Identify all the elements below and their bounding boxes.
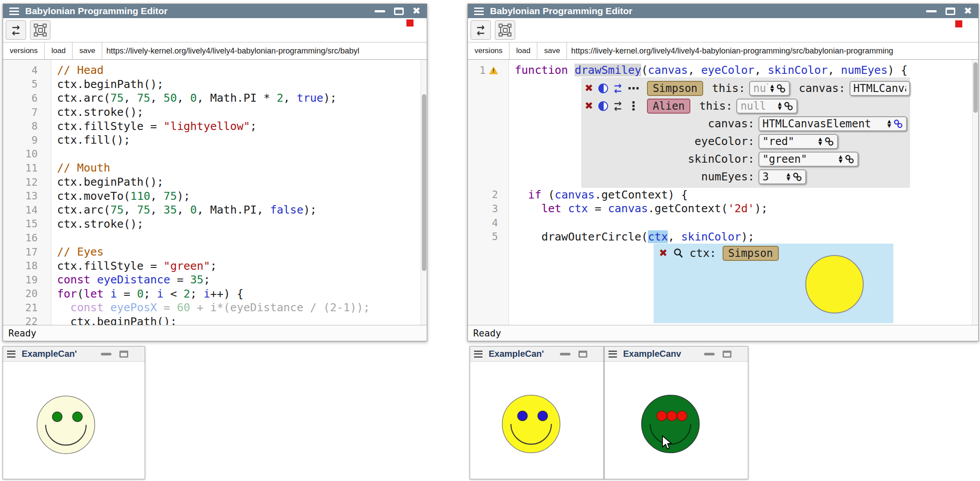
transform-frame-button[interactable] — [30, 20, 50, 40]
swap-example-icon[interactable]: →← — [614, 83, 622, 94]
link-icon[interactable] — [784, 101, 793, 111]
stepper-icon[interactable]: ▲▼ — [770, 84, 774, 93]
code-text[interactable]: // Mouth — [51, 161, 110, 174]
remove-example-icon[interactable]: ✖ — [585, 101, 593, 111]
value-box[interactable]: null▲▼ — [749, 81, 790, 96]
stepper-icon[interactable]: ▲▼ — [778, 102, 781, 111]
value-text: null — [753, 82, 768, 95]
titlebar[interactable]: Babylonian Programming Editor ✖ — [3, 4, 427, 18]
maximize-icon[interactable] — [723, 351, 731, 358]
kebab-menu-icon[interactable]: ⋮ — [628, 102, 639, 111]
code-text[interactable]: for(let i = 0; i < 2; i++) { — [51, 287, 244, 300]
maximize-icon[interactable] — [946, 8, 955, 15]
code-text[interactable]: let ctx = canvas.getContext('2d'); — [509, 202, 768, 215]
code-text[interactable]: ctx.beginPath(); — [51, 315, 177, 325]
stepper-icon[interactable]: ▲▼ — [787, 172, 790, 181]
code-text[interactable]: const eyePosX = 60 + i*(eyeDistance / (2… — [51, 301, 370, 314]
url-field[interactable]: https://lively-kernel.org/lively4/lively… — [102, 42, 427, 59]
stepper-icon[interactable]: ▲▼ — [888, 119, 891, 128]
example-badge[interactable]: Alien — [647, 99, 690, 114]
code-text[interactable]: ctx.fillStyle = "green"; — [51, 260, 217, 272]
value-box[interactable]: 3▲▼ — [758, 169, 806, 184]
magnifier-icon[interactable] — [673, 248, 684, 259]
titlebar[interactable]: Babylonian Programming Editor ✖ — [468, 4, 978, 18]
minimize-icon[interactable] — [560, 353, 570, 355]
stepper-icon[interactable]: ▲▼ — [819, 137, 822, 146]
arg-label: this: — [712, 82, 745, 95]
link-icon[interactable] — [824, 137, 834, 146]
code-text[interactable]: ctx.arc(75, 75, 50, 0, Math.PI * 2, true… — [51, 92, 337, 104]
close-icon[interactable]: ✖ — [413, 6, 421, 16]
value-box[interactable]: HTMLCanvasElement▲▼ — [758, 116, 907, 131]
link-icon[interactable] — [776, 84, 786, 93]
meatball-menu-icon[interactable]: ⋯ — [628, 84, 639, 93]
menu-icon[interactable] — [609, 351, 617, 358]
swap-arrows-button[interactable]: →← — [6, 20, 26, 40]
code-editor[interactable]: 4// Head5ctx.beginPath();6ctx.arc(75, 75… — [3, 60, 427, 325]
value-box[interactable]: null▲▼ — [736, 99, 797, 114]
code-text[interactable]: // Eyes — [51, 245, 103, 258]
code-text[interactable]: ctx.fillStyle = "lightyellow"; — [51, 120, 257, 133]
load-button[interactable]: load — [45, 42, 73, 59]
menu-icon[interactable] — [7, 351, 15, 358]
minimize-icon[interactable] — [375, 10, 385, 12]
scrollbar-thumb[interactable] — [422, 94, 426, 271]
remove-example-icon[interactable]: ✖ — [585, 83, 593, 93]
code-text[interactable]: if (canvas.getContext) { — [509, 188, 688, 201]
toggle-example-icon[interactable] — [598, 84, 608, 93]
code-text[interactable]: ctx.arc(75, 75, 35, 0, Math.PI, false); — [51, 203, 317, 216]
link-icon[interactable] — [792, 172, 802, 182]
versions-button[interactable]: versions — [3, 42, 45, 59]
code-text[interactable]: ctx.fill(); — [51, 134, 130, 146]
toggle-example-icon[interactable] — [598, 101, 608, 111]
minimize-icon[interactable] — [101, 353, 111, 355]
close-icon[interactable]: ✖ — [964, 6, 972, 16]
maximize-icon[interactable] — [119, 351, 128, 358]
code-text[interactable]: ctx.stroke(); — [51, 106, 144, 118]
code-text[interactable]: drawOuterCircle(ctx, skinColor); — [509, 230, 754, 243]
menu-icon[interactable] — [9, 8, 19, 15]
example-badge[interactable]: Simpson — [647, 81, 703, 96]
remove-probe-icon[interactable]: ✖ — [659, 248, 667, 258]
stepper-icon[interactable]: ▲▼ — [839, 155, 842, 164]
titlebar[interactable]: ExampleCan' — [3, 347, 145, 362]
maximize-icon[interactable] — [394, 8, 404, 15]
code-text[interactable]: const eyeDistance = 35; — [51, 273, 210, 286]
minimize-icon[interactable] — [926, 10, 937, 12]
scrollbar-thumb[interactable] — [973, 62, 978, 113]
code-text[interactable]: ctx.beginPath(); — [51, 176, 164, 188]
code-token: .getContext( — [648, 202, 728, 215]
code-editor[interactable]: 1function drawSmiley(canvas, eyeColor, s… — [468, 60, 978, 325]
versions-button[interactable]: versions — [468, 42, 509, 59]
code-text[interactable]: function drawSmiley(canvas, eyeColor, sk… — [509, 64, 907, 76]
probe-example-badge[interactable]: Simpson — [723, 246, 779, 261]
load-button[interactable]: load — [509, 42, 537, 59]
link-icon[interactable] — [893, 119, 903, 129]
value-box[interactable]: HTMLCanvasEle — [850, 81, 910, 96]
code-token: 2 — [184, 287, 190, 300]
save-button[interactable]: save — [73, 42, 102, 59]
line-number: 7 — [3, 107, 51, 118]
value-box[interactable]: "green"▲▼ — [758, 152, 858, 167]
menu-icon[interactable] — [474, 8, 484, 15]
value-box[interactable]: "red"▲▼ — [758, 134, 838, 149]
code-text[interactable]: // Head — [51, 64, 103, 76]
code-text[interactable]: ctx.beginPath(); — [51, 78, 164, 91]
minimize-icon[interactable] — [704, 353, 715, 355]
transform-frame-button[interactable] — [495, 20, 515, 40]
url-field[interactable]: https://lively-kernel.org/lively4/lively… — [567, 42, 978, 59]
code-token: ctx.fillStyle = — [57, 120, 164, 133]
code-token: , — [150, 203, 164, 216]
scrollbar[interactable] — [421, 60, 427, 325]
code-text[interactable]: ctx.moveTo(110, 75); — [51, 190, 190, 202]
code-text[interactable]: ctx.stroke(); — [51, 218, 144, 230]
menu-icon[interactable] — [474, 351, 482, 358]
titlebar[interactable]: ExampleCan' — [470, 347, 604, 362]
link-icon[interactable] — [845, 154, 854, 164]
save-button[interactable]: save — [537, 42, 567, 59]
maximize-icon[interactable] — [578, 351, 587, 358]
titlebar[interactable]: ExampleCanv — [605, 347, 748, 362]
swap-example-icon[interactable]: →← — [614, 101, 622, 111]
swap-arrows-button[interactable]: →← — [471, 20, 491, 40]
scrollbar[interactable] — [972, 60, 978, 325]
